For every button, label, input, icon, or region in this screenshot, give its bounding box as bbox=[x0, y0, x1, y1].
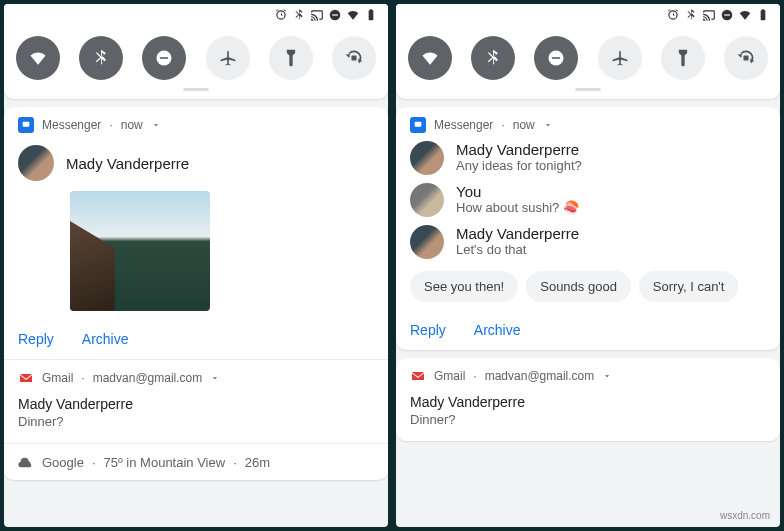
app-name: Messenger bbox=[42, 118, 101, 132]
dnd-icon bbox=[720, 8, 734, 22]
svg-rect-11 bbox=[415, 122, 422, 127]
quick-settings bbox=[396, 26, 780, 99]
notification-header[interactable]: Messenger · now bbox=[4, 107, 388, 137]
weather-row[interactable]: Google · 75º in Mountain View · 26m bbox=[4, 443, 388, 480]
gmail-sender: Mady Vanderperre bbox=[410, 394, 766, 410]
msg-sender: You bbox=[456, 183, 579, 200]
gmail-account: madvan@gmail.com bbox=[93, 371, 203, 385]
sender-row: Mady Vanderperre bbox=[4, 137, 388, 183]
messenger-notification[interactable]: Messenger · now Mady Vanderperre Any ide… bbox=[396, 107, 780, 350]
cloud-icon bbox=[18, 454, 34, 470]
gmail-subject: Dinner? bbox=[18, 414, 374, 429]
smart-reply-row: See you then! Sounds good Sorry, I can't bbox=[396, 263, 780, 310]
smart-reply-chip[interactable]: See you then! bbox=[410, 271, 518, 302]
svg-rect-3 bbox=[160, 57, 168, 59]
qs-bluetooth[interactable] bbox=[79, 36, 123, 80]
app-name: Gmail bbox=[42, 371, 73, 385]
msg-text: Any ideas for tonight? bbox=[456, 158, 582, 173]
bluetooth-icon bbox=[684, 8, 698, 22]
gmail-body: Mady Vanderperre Dinner? bbox=[4, 390, 388, 443]
svg-rect-10 bbox=[743, 56, 748, 61]
messenger-app-icon bbox=[18, 117, 34, 133]
smart-reply-chip[interactable]: Sounds good bbox=[526, 271, 631, 302]
avatar bbox=[410, 141, 444, 175]
weather-summary: 75º in Mountain View bbox=[104, 455, 226, 470]
dnd-icon bbox=[328, 8, 342, 22]
qs-dnd[interactable] bbox=[534, 36, 578, 80]
chevron-down-icon[interactable] bbox=[210, 373, 220, 383]
qs-dnd[interactable] bbox=[142, 36, 186, 80]
reply-button[interactable]: Reply bbox=[18, 331, 54, 347]
chevron-down-icon[interactable] bbox=[151, 120, 161, 130]
qs-flashlight[interactable] bbox=[269, 36, 313, 80]
cast-icon bbox=[702, 8, 716, 22]
msg-text: How about sushi? 🍣 bbox=[456, 200, 579, 215]
archive-button[interactable]: Archive bbox=[474, 322, 521, 338]
qs-airplane[interactable] bbox=[206, 36, 250, 80]
message-item: Mady Vanderperre Let's do that bbox=[396, 221, 780, 263]
avatar bbox=[410, 225, 444, 259]
svg-rect-9 bbox=[552, 57, 560, 59]
image-attachment[interactable] bbox=[70, 191, 210, 311]
msg-text: Let's do that bbox=[456, 242, 579, 257]
smart-reply-chip[interactable]: Sorry, I can't bbox=[639, 271, 739, 302]
gmail-subject: Dinner? bbox=[410, 412, 766, 427]
svg-rect-4 bbox=[351, 56, 356, 61]
msg-sender: Mady Vanderperre bbox=[456, 141, 582, 158]
chevron-down-icon[interactable] bbox=[602, 371, 612, 381]
cast-icon bbox=[310, 8, 324, 22]
gmail-body: Mady Vanderperre Dinner? bbox=[396, 388, 780, 441]
archive-button[interactable]: Archive bbox=[82, 331, 129, 347]
panel-handle[interactable] bbox=[183, 88, 209, 91]
watermark: wsxdn.com bbox=[720, 510, 770, 521]
chevron-down-icon[interactable] bbox=[543, 120, 553, 130]
sender-name: Mady Vanderperre bbox=[66, 155, 189, 172]
wifi-icon bbox=[346, 8, 360, 22]
qs-rotate[interactable] bbox=[332, 36, 376, 80]
svg-rect-5 bbox=[23, 122, 30, 127]
gmail-header[interactable]: Gmail · madvan@gmail.com bbox=[4, 360, 388, 390]
weather-age: 26m bbox=[245, 455, 270, 470]
qs-bluetooth[interactable] bbox=[471, 36, 515, 80]
status-bar bbox=[396, 4, 780, 26]
notification-time: now bbox=[121, 118, 143, 132]
gmail-app-icon bbox=[18, 370, 34, 386]
message-item: Mady Vanderperre Any ideas for tonight? bbox=[396, 137, 780, 179]
reply-button[interactable]: Reply bbox=[410, 322, 446, 338]
avatar bbox=[18, 145, 54, 181]
gmail-app-icon bbox=[410, 368, 426, 384]
status-bar bbox=[4, 4, 388, 26]
qs-flashlight[interactable] bbox=[661, 36, 705, 80]
alarm-icon bbox=[274, 8, 288, 22]
messenger-app-icon bbox=[410, 117, 426, 133]
phone-right: Messenger · now Mady Vanderperre Any ide… bbox=[396, 4, 780, 527]
alarm-icon bbox=[666, 8, 680, 22]
qs-wifi[interactable] bbox=[16, 36, 60, 80]
notification-time: now bbox=[513, 118, 535, 132]
messenger-notification[interactable]: Messenger · now Mady Vanderperre Reply A… bbox=[4, 107, 388, 480]
gmail-header[interactable]: Gmail · madvan@gmail.com bbox=[396, 358, 780, 388]
gmail-sender: Mady Vanderperre bbox=[18, 396, 374, 412]
qs-rotate[interactable] bbox=[724, 36, 768, 80]
bluetooth-icon bbox=[292, 8, 306, 22]
quick-settings bbox=[4, 26, 388, 99]
avatar bbox=[410, 183, 444, 217]
notification-header[interactable]: Messenger · now bbox=[396, 107, 780, 137]
battery-icon bbox=[364, 8, 378, 22]
app-name: Messenger bbox=[434, 118, 493, 132]
svg-rect-7 bbox=[724, 14, 730, 15]
message-item: You How about sushi? 🍣 bbox=[396, 179, 780, 221]
msg-sender: Mady Vanderperre bbox=[456, 225, 579, 242]
panel-handle[interactable] bbox=[575, 88, 601, 91]
wifi-icon bbox=[738, 8, 752, 22]
svg-rect-1 bbox=[332, 14, 338, 15]
qs-airplane[interactable] bbox=[598, 36, 642, 80]
app-name: Gmail bbox=[434, 369, 465, 383]
phone-left: Messenger · now Mady Vanderperre Reply A… bbox=[4, 4, 388, 527]
gmail-notification[interactable]: Gmail · madvan@gmail.com Mady Vanderperr… bbox=[396, 358, 780, 441]
qs-wifi[interactable] bbox=[408, 36, 452, 80]
battery-icon bbox=[756, 8, 770, 22]
weather-source: Google bbox=[42, 455, 84, 470]
gmail-account: madvan@gmail.com bbox=[485, 369, 595, 383]
